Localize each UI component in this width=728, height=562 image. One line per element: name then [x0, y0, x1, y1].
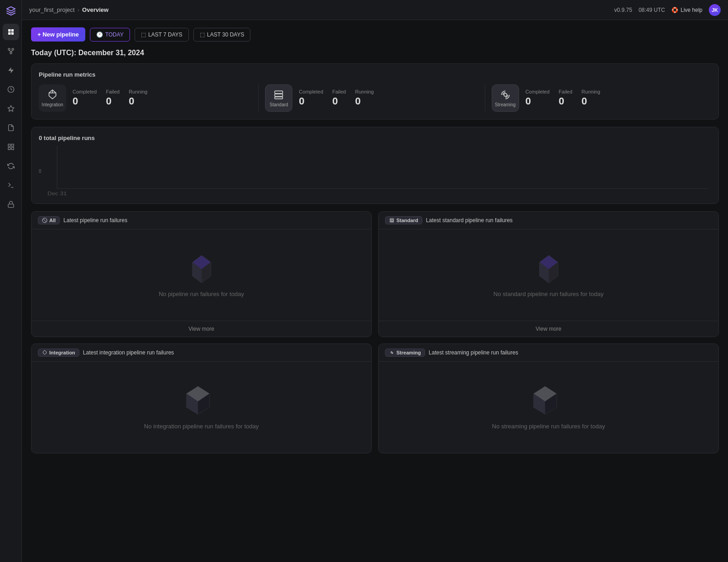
standard-failed-value: 0 [333, 95, 346, 107]
standard-running: Running 0 [355, 89, 374, 107]
sidebar-item-variables[interactable] [3, 139, 19, 155]
standard-failed: Failed 0 [333, 89, 346, 107]
integration-failures-msg: No integration pipeline run failures for… [144, 423, 259, 430]
svg-rect-1 [11, 29, 13, 31]
sidebar-item-triggers[interactable] [3, 62, 19, 78]
svg-point-4 [8, 48, 10, 50]
clock-icon: 🕐 [96, 31, 103, 38]
svg-marker-9 [8, 67, 14, 73]
page-title: Overview [82, 6, 109, 13]
svg-line-29 [43, 219, 46, 222]
integration-stats: Completed 0 Failed 0 Running 0 [73, 89, 147, 107]
streaming-completed: Completed 0 [525, 89, 550, 107]
streaming-completed-value: 0 [525, 95, 550, 107]
failure-card-all-header: All Latest pipeline run failures [31, 212, 371, 229]
svg-rect-22 [275, 94, 283, 96]
failure-card-standard: Standard Latest standard pipeline run fa… [378, 211, 719, 337]
metric-group-streaming: Streaming Completed 0 Failed 0 Running [485, 84, 711, 112]
integration-failures-title: Latest integration pipeline run failures [83, 349, 174, 356]
standard-completed-value: 0 [299, 95, 323, 107]
sidebar-item-files[interactable] [3, 120, 19, 136]
streaming-icon-box: Streaming [492, 84, 519, 112]
live-help-icon: 🛟 [671, 7, 678, 13]
integration-icon-box: Integration [39, 84, 66, 112]
svg-rect-23 [275, 97, 283, 99]
streaming-failures-msg: No streaming pipeline run failures for t… [492, 423, 605, 430]
svg-rect-34 [390, 219, 394, 220]
standard-view-more[interactable]: View more [379, 321, 718, 337]
failure-card-all: All Latest pipeline run failures No pipe… [31, 211, 372, 337]
logo [5, 5, 17, 17]
breadcrumb: your_first_project › Overview [29, 6, 109, 13]
empty-icon-all [186, 253, 218, 285]
sidebar-item-terminal[interactable] [3, 177, 19, 193]
failure-card-integration: Integration Latest integration pipeline … [31, 343, 372, 453]
topbar-right: v0.9.75 08:49 UTC 🛟 Live help JK [614, 4, 721, 16]
empty-icon-standard [533, 253, 565, 285]
chart-card: 0 total pipeline runs 0 Dec 31 [31, 127, 719, 204]
streaming-running: Running 0 [582, 89, 600, 107]
streaming-label: Streaming [495, 102, 516, 107]
svg-rect-2 [8, 32, 10, 35]
sidebar-item-secrets[interactable] [3, 196, 19, 213]
sidebar-item-extensions[interactable] [3, 100, 19, 117]
svg-point-5 [12, 48, 14, 50]
time: 08:49 UTC [639, 7, 665, 13]
standard-running-value: 0 [355, 95, 374, 107]
standard-label: Standard [270, 102, 288, 107]
empty-icon-streaming [533, 385, 565, 417]
metric-group-standard: Standard Completed 0 Failed 0 Running [259, 84, 485, 112]
sidebar-item-pipelines[interactable] [3, 43, 19, 59]
integration-failed-value: 0 [106, 95, 120, 107]
svg-rect-15 [11, 147, 14, 150]
svg-rect-21 [275, 91, 283, 93]
metrics-card: Pipeline run metrics Integration [31, 63, 719, 120]
chart-title: 0 total pipeline runs [39, 135, 711, 141]
avatar[interactable]: JK [709, 4, 721, 16]
svg-rect-36 [390, 221, 394, 222]
standard-failures-msg: No standard pipeline run failures for to… [494, 291, 603, 297]
live-help-button[interactable]: 🛟 Live help [671, 7, 702, 13]
svg-text:Dec 31: Dec 31 [47, 191, 67, 196]
failure-card-streaming-header: Streaming Latest streaming pipeline run … [379, 344, 718, 362]
svg-rect-3 [11, 32, 13, 35]
svg-rect-13 [11, 144, 14, 146]
main-area: your_first_project › Overview v0.9.75 08… [22, 0, 728, 562]
failures-row-2: Integration Latest integration pipeline … [31, 343, 719, 453]
failures-row-1: All Latest pipeline run failures No pipe… [31, 211, 719, 337]
integration-running-value: 0 [129, 95, 147, 107]
all-badge: All [38, 216, 60, 224]
svg-line-7 [9, 50, 11, 52]
action-bar: + New pipeline 🕐 TODAY ⬚ LAST 7 DAYS ⬚ L… [31, 27, 719, 42]
integration-running: Running 0 [129, 89, 147, 107]
standard-failures-body: No standard pipeline run failures for to… [379, 229, 718, 321]
all-view-more[interactable]: View more [31, 321, 371, 337]
sidebar-item-overview[interactable] [3, 24, 19, 40]
integration-badge: Integration [38, 349, 79, 357]
standard-stats: Completed 0 Failed 0 Running 0 [299, 89, 374, 107]
metrics-row: Integration Completed 0 Failed 0 Running [39, 84, 711, 112]
standard-failures-title: Latest standard pipeline run failures [426, 217, 513, 224]
last7-filter-button[interactable]: ⬚ LAST 7 DAYS [135, 28, 189, 42]
last30-filter-button[interactable]: ⬚ LAST 30 DAYS [193, 28, 251, 42]
streaming-failed: Failed 0 [559, 89, 572, 107]
calendar-icon-2: ⬚ [200, 31, 205, 38]
empty-icon-integration [186, 385, 218, 417]
version: v0.9.75 [614, 7, 632, 13]
streaming-stats: Completed 0 Failed 0 Running 0 [525, 89, 600, 107]
all-failures-title: Latest pipeline run failures [63, 217, 127, 224]
standard-icon-box: Standard [265, 84, 292, 112]
failure-card-standard-header: Standard Latest standard pipeline run fa… [379, 212, 718, 229]
today-filter-button[interactable]: 🕐 TODAY [90, 28, 130, 42]
new-pipeline-button[interactable]: + New pipeline [31, 27, 85, 42]
svg-rect-12 [8, 144, 10, 146]
sidebar-item-syncs[interactable] [3, 158, 19, 174]
integration-completed: Completed 0 [73, 89, 97, 107]
standard-completed: Completed 0 [299, 89, 323, 107]
svg-rect-17 [8, 204, 14, 207]
metric-group-integration: Integration Completed 0 Failed 0 Running [39, 84, 259, 112]
svg-rect-35 [390, 220, 394, 221]
streaming-failures-body: No streaming pipeline run failures for t… [379, 362, 718, 453]
integration-label: Integration [42, 102, 63, 107]
sidebar-item-schedules[interactable] [3, 81, 19, 98]
